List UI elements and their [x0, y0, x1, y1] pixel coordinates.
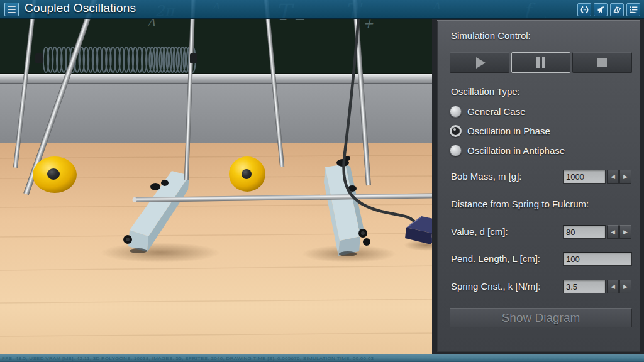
spring-const-label: Spring Cnst., k [N/m]: — [451, 281, 541, 292]
show-diagram-button[interactable]: Show Diagram — [450, 308, 632, 327]
radio-general-case[interactable]: General Case — [450, 104, 526, 118]
value-d-label: Value, d [cm]: — [451, 226, 508, 237]
radio-oscillation-in-antiphase[interactable]: Oscillation in Antiphase — [450, 143, 565, 157]
app-title: Coupled Oscillations — [25, 1, 136, 15]
radio-label: General Case — [467, 106, 526, 117]
oscillation-type-label: Oscillation Type: — [451, 86, 520, 97]
title-bar: Coupled Oscillations — [0, 0, 644, 19]
radio-dot[interactable] — [450, 125, 462, 137]
eraser-button[interactable] — [610, 3, 624, 16]
value-d-decrement-button[interactable]: ◀ — [607, 225, 619, 239]
app-window: 2π Δ Δ T − T + Δ ƒ + — [0, 0, 644, 362]
radio-dot[interactable] — [450, 145, 462, 156]
radio-dot[interactable] — [450, 106, 462, 118]
simulation-control-label: Simulation Control: — [451, 30, 531, 41]
sync-button[interactable] — [577, 3, 591, 16]
spring-clamp-left — [35, 53, 43, 63]
value-d-increment-button[interactable]: ▶ — [619, 225, 631, 239]
mute-button[interactable] — [594, 3, 608, 16]
bob-mass-decrement-button[interactable]: ◀ — [607, 170, 619, 184]
mute-icon — [596, 5, 606, 14]
spring-clamp-right — [190, 53, 197, 63]
control-panel-surface: Simulation Control: Oscillation Type: Ge… — [437, 20, 640, 352]
spring-const-input[interactable] — [563, 280, 606, 293]
pendulum-bob-1[interactable] — [33, 156, 77, 193]
titlebar-actions — [577, 3, 640, 16]
bob-mass-label: Bob Mass, m [g]: — [451, 171, 522, 182]
pend-length-label: Pend. Length, L [cm]: — [451, 253, 540, 264]
pause-icon — [536, 57, 545, 68]
simulation-buttons — [450, 52, 632, 73]
play-icon — [476, 57, 486, 69]
stop-icon — [597, 58, 607, 67]
hamburger-menu-button[interactable] — [4, 3, 19, 16]
status-bar: FPS: 48.5; USED VRAM [MB]: 42.11; 3D POL… — [0, 354, 644, 362]
radio-label: Oscillation in Phase — [467, 126, 550, 136]
pause-button[interactable] — [511, 52, 571, 73]
radio-label: Oscillation in Antiphase — [467, 145, 565, 156]
left-base-shadow — [101, 243, 220, 263]
distance-header-label: Distance from Spring to Fulcrum: — [451, 199, 589, 209]
value-d-input[interactable] — [563, 225, 606, 239]
radio-oscillation-in-phase[interactable]: Oscillation in Phase — [450, 124, 550, 138]
list-button[interactable] — [626, 3, 640, 16]
pendulum-bob-2[interactable] — [229, 156, 265, 192]
play-button[interactable] — [450, 52, 509, 73]
pend-length-input[interactable] — [563, 252, 632, 266]
spring-const-decrement-button[interactable]: ◀ — [607, 280, 619, 293]
spring-const-increment-button[interactable]: ▶ — [619, 280, 631, 293]
control-panel: Simulation Control: Oscillation Type: Ge… — [432, 19, 644, 354]
list-icon — [629, 5, 638, 14]
bob-mass-input[interactable] — [563, 170, 606, 184]
eraser-icon — [613, 5, 622, 14]
stop-button[interactable] — [572, 52, 632, 73]
bob-mass-increment-button[interactable]: ▶ — [619, 170, 631, 184]
hamburger-icon — [8, 6, 16, 7]
clamp-knob — [363, 238, 370, 246]
sync-icon — [580, 5, 589, 14]
performance-stats: FPS: 48.5; USED VRAM [MB]: 42.11; 3D POL… — [0, 356, 374, 361]
